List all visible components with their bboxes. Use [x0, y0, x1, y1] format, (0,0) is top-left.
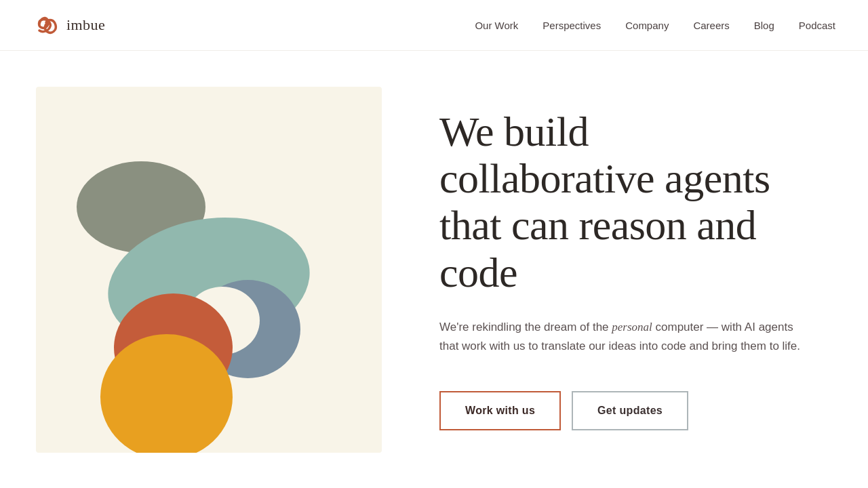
nav-perspectives[interactable]: Perspectives [542, 20, 601, 31]
get-updates-button[interactable]: Get updates [572, 391, 688, 430]
hero-content: We build collaborative agents that can r… [385, 51, 835, 488]
nav-careers[interactable]: Careers [693, 20, 729, 31]
cta-buttons: Work with us Get updates [439, 391, 808, 430]
hero-illustration [36, 87, 382, 453]
site-header: imbue Our Work Perspectives Company Care… [0, 0, 868, 51]
nav-podcast[interactable]: Podcast [799, 20, 835, 31]
work-with-us-button[interactable]: Work with us [439, 391, 561, 430]
blob-orange [100, 334, 233, 453]
main-content: We build collaborative agents that can r… [0, 51, 868, 488]
imbue-logo-icon [33, 13, 60, 37]
nav-our-work[interactable]: Our Work [475, 20, 518, 31]
hero-heading: We build collaborative agents that can r… [439, 108, 808, 297]
nav-company[interactable]: Company [625, 20, 669, 31]
nav-blog[interactable]: Blog [754, 20, 774, 31]
logo[interactable]: imbue [33, 13, 105, 37]
logo-wordmark: imbue [66, 16, 105, 34]
main-nav: Our Work Perspectives Company Careers Bl… [475, 20, 835, 31]
desc-italic: personal [612, 321, 652, 333]
hero-description: We're rekindling the dream of the person… [439, 318, 808, 356]
desc-part1: We're rekindling the dream of the [439, 321, 612, 333]
illustration-panel [33, 51, 385, 488]
